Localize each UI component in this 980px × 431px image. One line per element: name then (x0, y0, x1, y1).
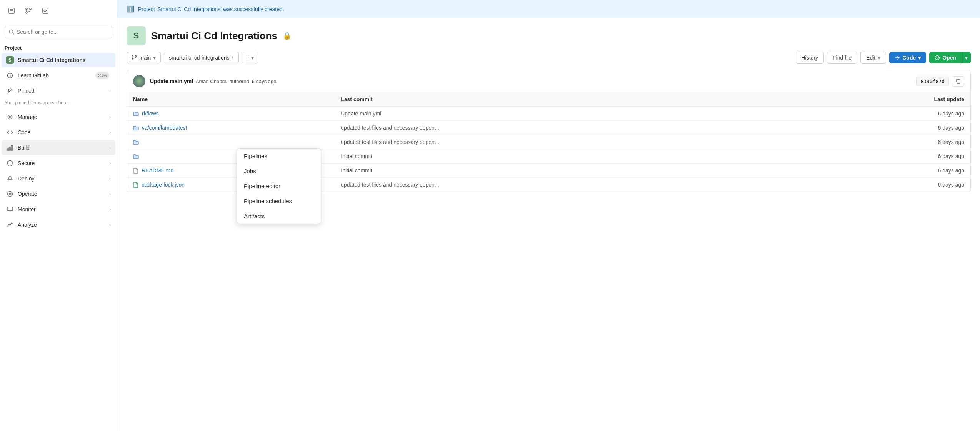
banner-text: Project 'Smartui Ci Cd Integrations' was… (138, 6, 284, 12)
sidebar-item-learn-gitlab[interactable]: GL Learn GitLab 33% (2, 68, 115, 83)
pinned-chevron-icon: › (109, 88, 111, 94)
svg-point-19 (9, 193, 11, 195)
folder-icon (133, 111, 139, 117)
commit-message: Update main.yml (150, 78, 193, 84)
commit-avatar-image (133, 75, 145, 87)
dropdown-item-pipeline-schedules[interactable]: Pipeline schedules (237, 194, 321, 209)
deploy-chevron-icon: › (109, 176, 111, 181)
secure-chevron-icon: › (109, 160, 111, 166)
dropdown-item-artifacts[interactable]: Artifacts (237, 209, 321, 224)
sidebar-item-analyze[interactable]: Analyze › (2, 217, 115, 232)
add-icon: + (246, 55, 249, 61)
code-label: Code (18, 129, 109, 135)
file-name-link[interactable]: va/com/lambdatest (133, 125, 341, 131)
commit-author: Aman Chopra authored 6 days ago (195, 79, 277, 84)
operate-chevron-icon: › (109, 191, 111, 197)
col-name: Name (133, 96, 341, 102)
sidebar-item-manage[interactable]: Manage › (2, 110, 115, 124)
last-update-text: 6 days ago (757, 139, 964, 145)
merge-request-icon (25, 7, 32, 14)
repo-title: Smartui Ci Cd Integrations (151, 30, 277, 42)
code-btn-icon (895, 55, 900, 60)
success-banner: ℹ️ Project 'Smartui Ci Cd Integrations' … (117, 0, 980, 18)
secure-icon (6, 159, 14, 167)
todo-icon-button[interactable] (38, 4, 52, 18)
svg-line-9 (13, 33, 14, 35)
svg-rect-20 (7, 207, 13, 211)
table-row: updated test files and necessary depen..… (127, 135, 970, 149)
history-button[interactable]: History (796, 52, 824, 64)
monitor-icon (6, 205, 14, 213)
commit-avatar (133, 75, 145, 87)
learn-gitlab-icon: GL (6, 72, 14, 79)
sidebar-item-project[interactable]: S Smartui Ci Cd Integrations (2, 53, 115, 67)
merge-request-icon-button[interactable] (22, 4, 35, 18)
file-name-text: rkflows (142, 110, 159, 117)
file-name-link[interactable] (133, 139, 341, 145)
last-commit-text: Update main.yml (341, 110, 757, 117)
edit-chevron-icon: ▾ (878, 55, 880, 61)
repo-lock-icon: 🔒 (283, 32, 291, 40)
search-icon (9, 29, 14, 35)
commit-hash: 8390f87d (916, 77, 949, 86)
edit-button[interactable]: Edit ▾ (860, 52, 886, 64)
find-file-button[interactable]: Find file (827, 52, 857, 64)
last-commit-text: updated test files and necessary depen..… (341, 182, 757, 188)
file-name-text: va/com/lambdatest (142, 125, 187, 131)
svg-point-4 (26, 8, 27, 10)
build-icon (6, 144, 14, 152)
sidebar-item-secure[interactable]: Secure › (2, 156, 115, 170)
table-header: Name Last commit Last update (127, 92, 970, 107)
open-dropdown-button[interactable]: ▾ (962, 52, 971, 63)
code-button[interactable]: Code ▾ (889, 52, 926, 63)
code-icon (6, 129, 14, 136)
add-chevron-icon: ▾ (251, 55, 254, 61)
analyze-icon (6, 221, 14, 229)
add-file-button[interactable]: + ▾ (242, 52, 258, 63)
open-icon (935, 55, 940, 60)
commit-bar: Update main.yml Aman Chopra authored 6 d… (127, 70, 971, 92)
branch-selector[interactable]: main ▾ (127, 52, 161, 63)
file-name-link[interactable]: rkflows (133, 110, 341, 117)
code-chevron-icon: ▾ (918, 55, 921, 61)
project-avatar: S (6, 56, 14, 64)
dropdown-item-jobs[interactable]: Jobs (237, 164, 321, 179)
sidebar-item-deploy[interactable]: Deploy › (2, 171, 115, 186)
build-chevron-icon: › (109, 145, 111, 150)
open-button[interactable]: Open (929, 52, 962, 63)
copy-hash-button[interactable] (952, 76, 964, 87)
table-row: rkflows Update main.yml 6 days ago (127, 107, 970, 121)
pinned-label: Pinned (18, 88, 109, 94)
svg-point-23 (132, 56, 133, 57)
search-bar[interactable]: Search or go to... (5, 26, 112, 38)
sidebar: Search or go to... Project S Smartui Ci … (0, 0, 117, 431)
dropdown-item-pipeline-editor[interactable]: Pipeline editor (237, 179, 321, 194)
history-label: History (802, 55, 818, 61)
table-row: va/com/lambdatest updated test files and… (127, 121, 970, 135)
dropdown-item-pipelines[interactable]: Pipelines (237, 149, 321, 164)
sidebar-item-build[interactable]: Build › (2, 140, 115, 155)
last-update-text: 6 days ago (757, 167, 964, 174)
analyze-label: Analyze (18, 222, 109, 228)
last-commit-text: Initial commit (341, 153, 757, 159)
manage-icon (6, 113, 14, 121)
note-icon-button[interactable] (5, 4, 18, 18)
file-green-icon (133, 182, 138, 188)
svg-rect-14 (7, 149, 9, 150)
svg-point-24 (132, 59, 133, 60)
main-content: ℹ️ Project 'Smartui Ci Cd Integrations' … (117, 0, 980, 431)
path-separator: / (232, 55, 233, 61)
repo-header: S Smartui Ci Cd Integrations 🔒 (117, 18, 980, 52)
sidebar-item-monitor[interactable]: Monitor › (2, 202, 115, 217)
monitor-label: Monitor (18, 206, 109, 212)
learn-gitlab-badge: 33% (95, 72, 109, 79)
svg-rect-16 (11, 145, 13, 150)
folder-icon (133, 125, 139, 131)
copy-icon (955, 78, 961, 84)
code-label: Code (902, 55, 916, 61)
svg-point-5 (30, 8, 31, 10)
sidebar-item-operate[interactable]: Operate › (2, 187, 115, 201)
last-commit-text: updated test files and necessary depen..… (341, 139, 757, 145)
sidebar-item-code[interactable]: Code › (2, 125, 115, 140)
sidebar-item-pinned[interactable]: Pinned › (2, 84, 115, 98)
